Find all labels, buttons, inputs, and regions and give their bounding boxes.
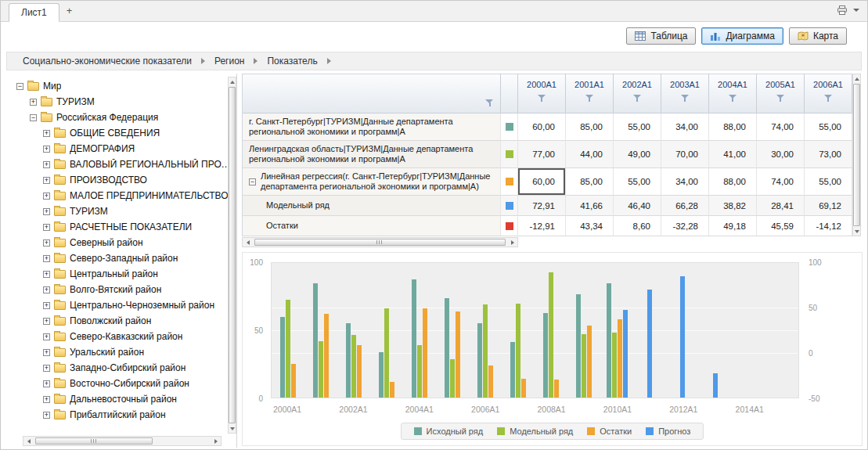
- table-cell[interactable]: 55,00: [614, 168, 661, 196]
- tree-item[interactable]: − Мир: [7, 78, 236, 94]
- filter-icon[interactable]: [585, 94, 594, 103]
- breadcrumb-item[interactable]: Регион: [214, 56, 245, 67]
- tree-expander-icon[interactable]: +: [43, 380, 50, 387]
- scroll-up-icon[interactable]: [227, 77, 237, 86]
- table-horizontal-scrollbar[interactable]: [242, 237, 518, 247]
- tree-item[interactable]: + Дальневосточный район: [7, 391, 236, 407]
- tree-expander-icon[interactable]: +: [43, 177, 50, 184]
- table-column-header[interactable]: 2001A1: [566, 74, 614, 113]
- scroll-left-icon[interactable]: [23, 437, 34, 445]
- table-column-header[interactable]: 2005A1: [757, 74, 805, 113]
- chart-view-button[interactable]: Диаграмма: [701, 27, 783, 45]
- tree-expander-icon[interactable]: +: [43, 412, 50, 419]
- new-tab-button[interactable]: +: [59, 2, 80, 21]
- table-cell[interactable]: 74,00: [757, 168, 805, 196]
- tree-item[interactable]: + Центральный район: [7, 266, 236, 282]
- table-view-button[interactable]: Таблица: [626, 27, 696, 45]
- table-cell[interactable]: 85,00: [566, 113, 614, 141]
- tree-item[interactable]: + Уральский район: [7, 344, 236, 360]
- table-cell[interactable]: 85,00: [566, 168, 614, 196]
- tree-item[interactable]: + ОБЩИЕ СВЕДЕНИЯ: [7, 125, 236, 141]
- filter-icon[interactable]: [681, 94, 690, 103]
- table-cell[interactable]: 60,00: [518, 168, 566, 196]
- table-column-header[interactable]: 2004A1: [709, 74, 757, 113]
- filter-icon[interactable]: [729, 94, 737, 103]
- table-cell[interactable]: 70,00: [661, 141, 709, 168]
- tree-vertical-scrollbar[interactable]: [228, 77, 236, 434]
- table-column-header[interactable]: 2000A1: [518, 74, 566, 113]
- table-cell[interactable]: 69,12: [805, 196, 852, 216]
- table-cell[interactable]: 88,00: [709, 168, 757, 196]
- table-vertical-scrollbar[interactable]: [852, 74, 861, 236]
- table-cell[interactable]: 43,34: [566, 216, 614, 236]
- table-column-header[interactable]: 2002A1: [614, 74, 661, 113]
- table-cell[interactable]: 73,00: [805, 141, 852, 168]
- tree-item[interactable]: + Прибалтийский район: [7, 407, 236, 423]
- table-cell[interactable]: 46,40: [614, 196, 661, 216]
- tree-item[interactable]: + ТУРИЗМ: [7, 94, 236, 110]
- tree-expander-icon[interactable]: +: [43, 208, 50, 215]
- filter-icon[interactable]: [485, 99, 494, 107]
- table-scrollbar-thumb[interactable]: [254, 239, 506, 246]
- scroll-left-icon[interactable]: [243, 238, 253, 247]
- tree-expander-icon[interactable]: +: [43, 286, 50, 293]
- breadcrumb-item[interactable]: Социально-экономические показатели: [23, 56, 192, 67]
- tree-expander-icon[interactable]: +: [43, 365, 50, 372]
- tree-item[interactable]: − Российская Федерация: [7, 110, 236, 125]
- chevron-down-icon[interactable]: [853, 9, 859, 12]
- table-cell[interactable]: 55,00: [805, 113, 852, 141]
- scroll-down-icon[interactable]: [852, 227, 862, 236]
- table-cell[interactable]: 8,60: [614, 216, 661, 236]
- scroll-right-icon[interactable]: [211, 437, 221, 445]
- table-cell[interactable]: 55,00: [805, 168, 852, 196]
- table-cell[interactable]: -32,28: [661, 216, 709, 236]
- tree-expander-icon[interactable]: +: [43, 224, 50, 231]
- tree-expander-icon[interactable]: +: [43, 161, 50, 168]
- table-cell[interactable]: 74,00: [757, 113, 805, 141]
- table-cell[interactable]: 49,18: [709, 216, 757, 236]
- tree-vscrollbar-thumb[interactable]: [229, 87, 236, 423]
- table-cell[interactable]: 28,41: [757, 196, 805, 216]
- row-header[interactable]: − Линейная регрессия(г. Санкт-Петербург|…: [243, 168, 501, 196]
- filter-icon[interactable]: [824, 94, 833, 103]
- row-expander-icon[interactable]: −: [249, 178, 256, 185]
- scroll-down-icon[interactable]: [227, 424, 237, 433]
- table-cell[interactable]: -14,12: [805, 216, 852, 236]
- table-cell[interactable]: 41,66: [566, 196, 614, 216]
- tree-expander-icon[interactable]: +: [43, 333, 50, 340]
- tree-item[interactable]: + ПРОИЗВОДСТВО: [7, 172, 236, 188]
- table-column-header[interactable]: 2006A1: [805, 74, 852, 113]
- scroll-right-icon[interactable]: [507, 238, 517, 247]
- row-header[interactable]: Остатки: [243, 216, 501, 236]
- table-cell[interactable]: 88,00: [709, 113, 757, 141]
- tree-horizontal-scrollbar[interactable]: [23, 436, 222, 446]
- table-cell[interactable]: 72,91: [518, 196, 566, 216]
- tree-item[interactable]: + Волго-Вятский район: [7, 282, 236, 297]
- table-cell[interactable]: 55,00: [614, 113, 661, 141]
- tree-item[interactable]: + ТУРИЗМ: [7, 203, 236, 219]
- table-cell[interactable]: 30,00: [757, 141, 805, 168]
- row-header[interactable]: Ленинградская область|ТУРИЗМ|Данные депа…: [243, 141, 501, 168]
- tree-item[interactable]: + МАЛОЕ ПРЕДПРИНИМАТЕЛЬСТВО: [7, 188, 236, 203]
- tree-expander-icon[interactable]: +: [43, 318, 50, 325]
- filter-icon[interactable]: [633, 94, 642, 103]
- table-cell[interactable]: 44,00: [566, 141, 614, 168]
- table-column-header[interactable]: 2003A1: [661, 74, 709, 113]
- tree-item[interactable]: + Поволжский район: [7, 313, 236, 329]
- tree-expander-icon[interactable]: +: [43, 130, 50, 137]
- map-view-button[interactable]: Карта: [789, 27, 847, 45]
- tree-item[interactable]: + Центрально-Черноземный район: [7, 297, 236, 313]
- tree-item[interactable]: + Северный район: [7, 235, 236, 250]
- tree-expander-icon[interactable]: −: [30, 114, 37, 121]
- tree-item[interactable]: + Северо-Западный район: [7, 250, 236, 266]
- tree-expander-icon[interactable]: +: [43, 239, 50, 247]
- sheet-tab[interactable]: Лист1: [9, 3, 59, 22]
- tree-item[interactable]: + Западно-Сибирский район: [7, 360, 236, 376]
- tree-item[interactable]: + Северо-Кавказский район: [7, 329, 236, 344]
- table-cell[interactable]: 34,00: [661, 168, 709, 196]
- filter-icon[interactable]: [538, 94, 546, 103]
- tree-expander-icon[interactable]: +: [43, 193, 50, 200]
- row-header[interactable]: Модельный ряд: [243, 196, 501, 216]
- tree-item[interactable]: + РАСЧЕТНЫЕ ПОКАЗАТЕЛИ: [7, 219, 236, 235]
- scroll-up-icon[interactable]: [852, 74, 862, 83]
